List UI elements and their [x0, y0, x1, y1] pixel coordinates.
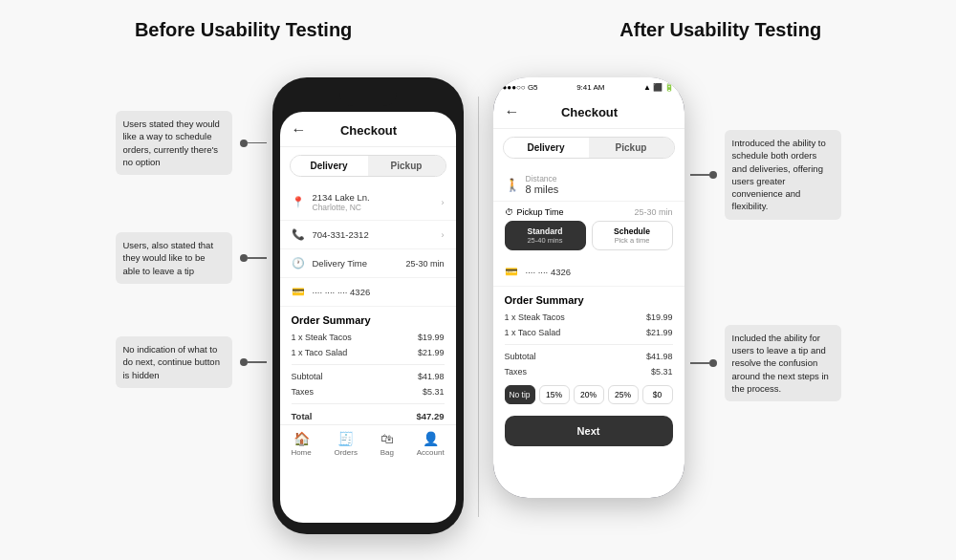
before-card-value: ···· ···· ···· 4326: [313, 287, 445, 297]
annotation-dot-r1: [709, 171, 717, 179]
before-nav-home[interactable]: 🏠 Home: [291, 431, 311, 457]
after-item-1-price: $19.99: [646, 312, 673, 322]
annotation-dot-1: [240, 140, 248, 147]
orders-icon: 🧾: [337, 431, 354, 446]
right-annotations: Introduced the ability to schedule both …: [690, 130, 841, 401]
before-address-row: 📍 2134 Lake Ln. Charlotte, NC ›: [280, 184, 456, 221]
after-tab-pickup[interactable]: Pickup: [589, 138, 674, 158]
after-subtotal-label: Subtotal: [505, 352, 536, 361]
after-item-1-name: 1 x Steak Tacos: [505, 312, 565, 322]
before-divider-2: [292, 403, 445, 404]
annotation-dot-3: [240, 358, 248, 366]
before-phone-screen: ← Checkout Delivery Pickup 📍 2134 Lake L…: [280, 112, 456, 523]
distance-label: Distance: [526, 174, 559, 183]
before-subtotal-label: Subtotal: [292, 372, 323, 381]
before-phone-chevron[interactable]: ›: [442, 230, 445, 240]
headers-row: Before Usability Testing After Usability…: [10, 19, 946, 41]
tip-btn-15[interactable]: 15%: [539, 385, 570, 404]
location-icon: 📍: [292, 196, 305, 208]
after-taxes-value: $5.31: [651, 367, 673, 377]
before-item-1: 1 x Steak Tacos $19.99: [280, 330, 456, 345]
annotation-schedule-text: Users stated they would like a way to sc…: [116, 111, 232, 175]
before-taxes-value: $5.31: [423, 387, 445, 397]
account-icon: 👤: [423, 431, 439, 446]
after-card-row: 💳 ···· ···· 4326: [493, 258, 684, 287]
after-phone: ●●●○○ G5 9:41 AM ▲ ⬛ 🔋 ← Checkout Delive…: [493, 77, 684, 498]
pickup-time-value: 25-30 min: [634, 207, 672, 217]
after-card-value: ···· ···· 4326: [526, 267, 673, 277]
before-item-2-name: 1 x Taco Salad: [292, 348, 348, 357]
before-item-1-price: $19.99: [418, 333, 445, 342]
distance-value: 8 miles: [526, 183, 559, 195]
before-nav-bag[interactable]: 🛍 Bag: [380, 431, 394, 457]
before-address-sub: Charlotte, NC: [313, 203, 434, 212]
before-taxes-label: Taxes: [292, 387, 315, 397]
annotation-tip-after-text: Included the ability for users to leave …: [725, 325, 841, 401]
after-back-arrow[interactable]: ←: [505, 103, 520, 120]
after-phone-screen: ●●●○○ G5 9:41 AM ▲ ⬛ 🔋 ← Checkout Delive…: [493, 77, 684, 498]
after-subtotal-row: Subtotal $41.98: [493, 349, 684, 364]
after-schedule-btns: Standard 25-40 mins Schedule Pick a time: [493, 221, 684, 258]
section-divider: [478, 97, 479, 517]
before-total-row: Total $47.29: [280, 408, 456, 424]
after-title: After Usability Testing: [619, 19, 821, 41]
after-item-2: 1 x Taco Salad $21.99: [493, 325, 684, 340]
after-distance-block: 🚶 Distance 8 miles: [493, 166, 684, 202]
main-content: Users stated they would like a way to sc…: [10, 58, 946, 534]
after-next-button[interactable]: Next: [505, 416, 673, 446]
annotation-schedule-after-text: Introduced the ability to schedule both …: [725, 130, 841, 220]
before-title: Before Usability Testing: [135, 19, 352, 41]
after-subtotal-value: $41.98: [646, 352, 673, 361]
after-item-1: 1 x Steak Tacos $19.99: [493, 310, 684, 325]
after-tip-row: No tip 15% 20% 25% $0: [493, 379, 684, 410]
after-item-2-price: $21.99: [646, 328, 673, 337]
before-item-1-name: 1 x Steak Tacos: [292, 333, 352, 342]
before-divider-1: [292, 364, 445, 365]
before-card-row: 💳 ···· ···· ···· 4326: [280, 278, 456, 307]
annotation-dot-2: [240, 254, 248, 262]
status-time: 9:41 AM: [576, 83, 604, 92]
after-pickup-time-row: ⏱ Pickup Time 25-30 min: [493, 202, 684, 221]
before-subtotal-row: Subtotal $41.98: [280, 369, 456, 384]
before-nav-account[interactable]: 👤 Account: [417, 431, 445, 457]
annotation-line-3: [248, 361, 267, 363]
after-item-2-name: 1 x Taco Salad: [505, 328, 561, 337]
annotation-tip-after: Included the ability for users to leave …: [690, 325, 841, 401]
before-delivery-time-row: 🕐 Delivery Time 25-30 min: [280, 249, 456, 278]
annotation-line-2: [248, 257, 267, 259]
after-taxes-label: Taxes: [505, 367, 528, 377]
sched-btn-standard[interactable]: Standard 25-40 mins: [505, 221, 586, 250]
before-phone-value: 704-331-2312: [313, 229, 434, 240]
annotation-tip-text: Users, also stated that they would like …: [116, 232, 232, 284]
before-address-main: 2134 Lake Ln.: [313, 192, 434, 203]
sched-btn-schedule[interactable]: Schedule Pick a time: [592, 221, 673, 250]
annotation-schedule: Users stated they would like a way to sc…: [116, 111, 267, 175]
after-screen-header: ← Checkout: [493, 94, 684, 129]
timer-icon: ⏱: [505, 207, 513, 217]
before-tab-pickup[interactable]: Pickup: [368, 156, 445, 176]
tip-btn-25[interactable]: 25%: [608, 385, 639, 404]
after-divider-1: [505, 344, 673, 345]
before-back-arrow[interactable]: ←: [292, 121, 307, 139]
before-tab-delivery[interactable]: Delivery: [291, 156, 368, 176]
annotation-line-1: [248, 142, 267, 144]
before-nav-orders[interactable]: 🧾 Orders: [334, 431, 357, 457]
tip-btn-20[interactable]: 20%: [574, 385, 604, 404]
tip-btn-notip[interactable]: No tip: [505, 385, 535, 404]
before-address-chevron[interactable]: ›: [442, 198, 445, 207]
annotation-dot-r2: [709, 359, 717, 367]
tip-btn-0[interactable]: $0: [642, 385, 673, 404]
bag-icon: 🛍: [380, 431, 394, 446]
card-icon-before: 💳: [292, 286, 305, 298]
before-total-label: Total: [292, 411, 313, 421]
before-bottom-nav: 🏠 Home 🧾 Orders 🛍 Bag 👤 Account: [280, 424, 456, 463]
before-phone: ← Checkout Delivery Pickup 📍 2134 Lake L…: [272, 77, 464, 534]
signal-strength: ●●●○○ G5: [503, 83, 538, 92]
before-subtotal-value: $41.98: [418, 372, 445, 381]
before-checkout-title: Checkout: [340, 123, 397, 138]
annotation-schedule-after: Introduced the ability to schedule both …: [690, 130, 841, 220]
after-order-summary-title: Order Summary: [493, 287, 684, 310]
phone-icon: 📞: [292, 228, 305, 241]
before-delivery-time-value: 25-30 min: [405, 259, 444, 269]
after-tab-delivery[interactable]: Delivery: [504, 138, 589, 158]
